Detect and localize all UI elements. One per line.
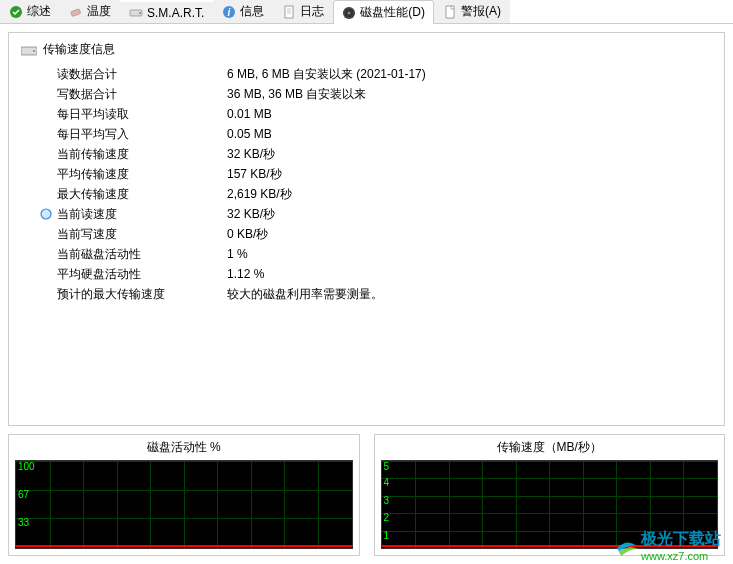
- row-label: 当前读速度: [57, 206, 227, 223]
- info-icon: i: [222, 5, 236, 19]
- svg-text:i: i: [228, 7, 231, 18]
- graph-title: 磁盘活动性 %: [15, 439, 353, 460]
- info-row: 每日平均写入0.05 MB: [39, 124, 712, 144]
- svg-point-3: [139, 12, 141, 14]
- svg-point-12: [348, 11, 351, 14]
- watermark-url: www.xz7.com: [641, 550, 721, 562]
- drive-icon: [21, 45, 37, 55]
- row-label: 平均传输速度: [57, 166, 227, 183]
- row-label: 当前写速度: [57, 226, 227, 243]
- content-panel: 传输速度信息 读数据合计6 MB, 6 MB 自安装以来 (2021-01-17…: [8, 32, 725, 426]
- page-icon: [443, 5, 457, 19]
- tab-label: 日志: [300, 3, 324, 20]
- info-row: 读数据合计6 MB, 6 MB 自安装以来 (2021-01-17): [39, 64, 712, 84]
- row-marker-icon: [39, 107, 53, 121]
- row-label: 最大传输速度: [57, 186, 227, 203]
- row-label: 写数据合计: [57, 86, 227, 103]
- row-label: 平均硬盘活动性: [57, 266, 227, 283]
- tick-label: 2: [384, 513, 390, 523]
- tab-disk-perf[interactable]: 磁盘性能(D): [333, 0, 434, 24]
- row-value: 1.12 %: [227, 267, 264, 281]
- info-row: 当前写速度0 KB/秒: [39, 224, 712, 244]
- watermark: 极光下载站 www.xz7.com: [615, 529, 721, 562]
- tab-log[interactable]: 日志: [273, 0, 333, 23]
- row-marker-icon: [39, 207, 53, 221]
- row-label: 读数据合计: [57, 66, 227, 83]
- disc-icon: [342, 6, 356, 20]
- svg-point-16: [41, 209, 51, 219]
- info-row: 预计的最大传输速度较大的磁盘利用率需要测量。: [39, 284, 712, 304]
- svg-rect-6: [285, 6, 293, 18]
- tab-label: 信息: [240, 3, 264, 20]
- info-rows: 读数据合计6 MB, 6 MB 自安装以来 (2021-01-17)写数据合计3…: [39, 64, 712, 304]
- row-label: 每日平均写入: [57, 126, 227, 143]
- swoosh-icon: [615, 534, 639, 558]
- watermark-brand: 极光下载站: [641, 529, 721, 550]
- document-icon: [282, 5, 296, 19]
- tab-label: 警报(A): [461, 3, 501, 20]
- info-row: 写数据合计36 MB, 36 MB 自安装以来: [39, 84, 712, 104]
- row-marker-icon: [39, 267, 53, 281]
- tick-label: 4: [384, 478, 390, 488]
- row-value: 1 %: [227, 247, 248, 261]
- tab-overview[interactable]: 综述: [0, 0, 60, 23]
- tick-label: 67: [18, 490, 29, 500]
- tab-temperature[interactable]: 温度: [60, 0, 120, 23]
- row-value: 2,619 KB/秒: [227, 186, 292, 203]
- tick-label: 3: [384, 496, 390, 506]
- tab-label: S.M.A.R.T.: [147, 6, 204, 20]
- tab-alarm[interactable]: 警报(A): [434, 0, 510, 23]
- row-marker-icon: [39, 147, 53, 161]
- row-label: 每日平均读取: [57, 106, 227, 123]
- tab-label: 温度: [87, 3, 111, 20]
- info-row: 平均硬盘活动性1.12 %: [39, 264, 712, 284]
- info-row: 每日平均读取0.01 MB: [39, 104, 712, 124]
- check-icon: [9, 5, 23, 19]
- row-marker-icon: [39, 287, 53, 301]
- graph-canvas-left: 100 67 33: [15, 460, 353, 549]
- row-label: 当前磁盘活动性: [57, 246, 227, 263]
- info-row: 当前磁盘活动性1 %: [39, 244, 712, 264]
- svg-rect-13: [446, 6, 454, 18]
- row-value: 较大的磁盘利用率需要测量。: [227, 286, 383, 303]
- section-header: 传输速度信息: [21, 41, 712, 58]
- section-title: 传输速度信息: [43, 41, 115, 58]
- svg-rect-1: [71, 8, 81, 16]
- tick-label: 33: [18, 518, 29, 528]
- row-label: 当前传输速度: [57, 146, 227, 163]
- row-marker-icon: [39, 127, 53, 141]
- info-row: 当前传输速度32 KB/秒: [39, 144, 712, 164]
- row-label: 预计的最大传输速度: [57, 286, 227, 303]
- tab-label: 综述: [27, 3, 51, 20]
- row-value: 32 KB/秒: [227, 206, 275, 223]
- row-marker-icon: [39, 187, 53, 201]
- row-marker-icon: [39, 67, 53, 81]
- row-value: 32 KB/秒: [227, 146, 275, 163]
- row-value: 0.01 MB: [227, 107, 272, 121]
- drive-icon: [129, 6, 143, 20]
- info-row: 平均传输速度157 KB/秒: [39, 164, 712, 184]
- info-row: 最大传输速度2,619 KB/秒: [39, 184, 712, 204]
- info-row: 当前读速度32 KB/秒: [39, 204, 712, 224]
- row-marker-icon: [39, 87, 53, 101]
- graph-disk-activity: 磁盘活动性 % 100 67 33: [8, 434, 360, 556]
- tick-label: 5: [384, 462, 390, 472]
- row-value: 6 MB, 6 MB 自安装以来 (2021-01-17): [227, 66, 426, 83]
- row-marker-icon: [39, 167, 53, 181]
- row-value: 157 KB/秒: [227, 166, 282, 183]
- tick-label: 100: [18, 462, 35, 472]
- tick-label: 1: [384, 531, 390, 541]
- svg-point-15: [33, 50, 35, 52]
- tab-label: 磁盘性能(D): [360, 4, 425, 21]
- tab-bar: 综述 温度 S.M.A.R.T. i 信息 日志 磁盘性能(D) 警报(A): [0, 0, 733, 24]
- tab-info[interactable]: i 信息: [213, 0, 273, 23]
- row-marker-icon: [39, 247, 53, 261]
- row-marker-icon: [39, 227, 53, 241]
- eraser-icon: [69, 5, 83, 19]
- row-value: 0 KB/秒: [227, 226, 268, 243]
- data-line: [16, 545, 352, 547]
- graph-title: 传输速度（MB/秒）: [381, 439, 719, 460]
- row-value: 36 MB, 36 MB 自安装以来: [227, 86, 366, 103]
- tab-smart[interactable]: S.M.A.R.T.: [120, 2, 213, 23]
- row-value: 0.05 MB: [227, 127, 272, 141]
